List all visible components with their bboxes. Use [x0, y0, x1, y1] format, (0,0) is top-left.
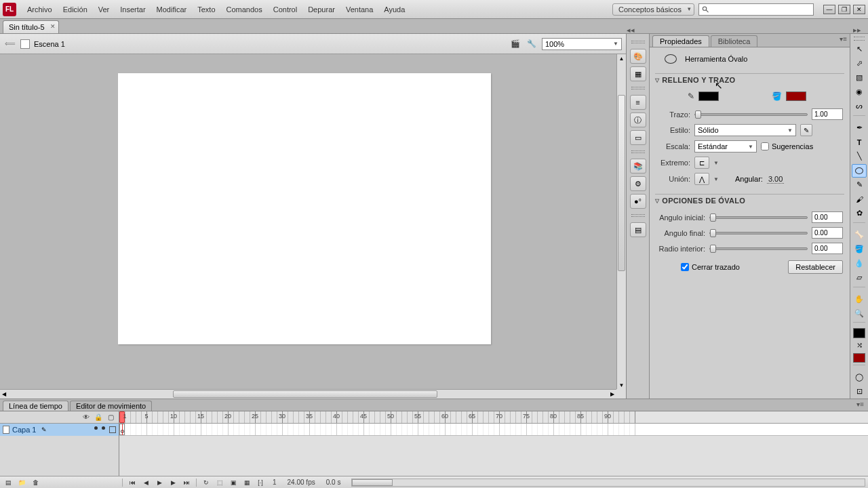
slider-handle[interactable] — [710, 245, 716, 253]
step-forward-icon[interactable]: ▶ — [167, 478, 178, 487]
frame-ruler[interactable]: 151015202530354045505560657075808590 — [119, 411, 868, 423]
visibility-column-icon[interactable]: 👁 — [82, 413, 90, 422]
horizontal-scrollbar[interactable]: ◀ ▶ — [0, 389, 616, 399]
selection-tool[interactable]: ↖ — [852, 43, 867, 56]
stroke-color-swatch[interactable] — [698, 92, 719, 101]
step-back-icon[interactable]: ◀ — [140, 478, 151, 487]
goto-first-icon[interactable]: ⏮ — [127, 478, 138, 487]
visibility-dot[interactable] — [94, 426, 98, 430]
section-oval-options[interactable]: ▽ OPCIONES DE ÓVALO — [655, 194, 844, 207]
play-icon[interactable]: ▶ — [154, 478, 165, 487]
stage-viewport[interactable]: ▲ ▼ ◀ ▶ — [0, 54, 626, 399]
menu-insertar[interactable]: Insertar — [115, 3, 151, 16]
object-drawing-toggle[interactable]: ◯ — [852, 371, 867, 384]
dock-grip[interactable] — [631, 41, 645, 43]
swap-colors-icon[interactable]: ⤭ — [852, 339, 867, 352]
info-panel-icon[interactable]: ⓘ — [630, 113, 646, 127]
menu-modificar[interactable]: Modificar — [151, 3, 193, 16]
edit-symbol-icon[interactable]: 🔧 — [526, 39, 538, 49]
loop-icon[interactable]: ↻ — [201, 478, 212, 487]
scroll-right-icon[interactable]: ▶ — [608, 390, 616, 399]
swatches-panel-icon[interactable]: ▦ — [630, 66, 646, 81]
maximize-button[interactable]: ❐ — [838, 5, 850, 14]
timeline-scroll-thumb[interactable] — [352, 479, 393, 486]
free-transform-tool[interactable]: ▧ — [852, 71, 867, 85]
workspace-selector[interactable]: Conceptos básicos — [612, 3, 694, 16]
tab-motion-editor[interactable]: Editor de movimiento — [70, 401, 152, 411]
motion-presets-icon[interactable]: ⚙ — [630, 176, 646, 191]
close-button[interactable]: ✕ — [853, 5, 865, 14]
edit-style-icon[interactable]: ✎ — [800, 124, 812, 136]
tools-grip[interactable] — [854, 37, 865, 41]
panel-menu-icon[interactable]: ▾≡ — [840, 35, 847, 43]
oval-end-slider[interactable] — [709, 232, 808, 235]
text-tool[interactable]: T — [852, 136, 867, 149]
edit-multiple-frames-icon[interactable]: ▦ — [241, 478, 252, 487]
line-tool[interactable]: ╲ — [852, 150, 867, 163]
oval-end-input[interactable] — [812, 227, 843, 239]
style-select[interactable]: Sólido▼ — [694, 124, 796, 136]
scroll-thumb-v[interactable] — [618, 95, 625, 271]
close-path-checkbox[interactable]: Cerrar trazado — [681, 263, 740, 271]
menu-depurar[interactable]: Depurar — [302, 3, 340, 16]
brush-tool[interactable]: 🖌 — [852, 192, 867, 206]
menu-edición[interactable]: Edición — [58, 3, 93, 16]
edit-scene-icon[interactable]: 🎬 — [509, 39, 521, 49]
slider-handle[interactable] — [695, 110, 701, 119]
scroll-thumb-h[interactable] — [173, 390, 437, 398]
zoom-selector[interactable]: 100%▼ — [542, 38, 622, 50]
collapse-panel-right-icon[interactable]: ▸▸ — [850, 26, 864, 33]
lock-dot[interactable] — [102, 426, 105, 430]
align-panel-icon[interactable]: ≡ — [630, 95, 646, 110]
slider-handle[interactable] — [710, 229, 716, 237]
search-input[interactable] — [712, 5, 810, 14]
fill-color-tool[interactable] — [853, 353, 865, 363]
search-box[interactable] — [698, 3, 814, 16]
library-panel-icon[interactable]: 📚 — [630, 159, 646, 174]
collapse-panel-left-icon[interactable]: ◂◂ — [624, 26, 637, 33]
dropdown-arrow-icon[interactable]: ▼ — [713, 160, 719, 166]
menu-ver[interactable]: Ver — [93, 3, 115, 16]
outline-square[interactable] — [109, 426, 116, 433]
fps-display[interactable]: 24.00 fps — [283, 479, 319, 486]
dropdown-arrow-icon[interactable]: ▼ — [713, 176, 719, 182]
deco-tool[interactable]: ✿ — [852, 207, 867, 220]
hints-checkbox[interactable]: Sugerencias — [761, 142, 813, 150]
menu-ayuda[interactable]: Ayuda — [378, 3, 410, 16]
outline-column-icon[interactable]: ▢ — [106, 413, 115, 422]
minimize-button[interactable]: — — [823, 5, 835, 14]
color-panel-icon[interactable]: 🎨 — [630, 49, 646, 64]
edit-layer-icon[interactable]: ✎ — [41, 426, 47, 433]
paint-bucket-tool[interactable]: 🪣 — [852, 242, 867, 256]
stroke-color-tool[interactable] — [853, 328, 865, 338]
eyedropper-tool[interactable]: 💧 — [852, 256, 867, 270]
onion-skin-outline-icon[interactable]: ▣ — [228, 478, 239, 487]
dock-grip[interactable] — [631, 150, 645, 153]
zoom-tool[interactable]: 🔍 — [852, 306, 867, 320]
slider-handle[interactable] — [710, 214, 716, 222]
transform-panel-icon[interactable]: ▭ — [630, 130, 646, 145]
dock-grip[interactable] — [631, 214, 645, 217]
frame-track[interactable] — [119, 424, 868, 436]
stage-canvas[interactable] — [118, 73, 491, 344]
modify-markers-icon[interactable]: [·] — [255, 478, 266, 487]
pen-tool[interactable]: ✒ — [852, 121, 867, 134]
menu-comandos[interactable]: Comandos — [221, 3, 268, 16]
section-fill-stroke[interactable]: ▽ RELLENO Y TRAZO — [655, 73, 844, 86]
project-panel-icon[interactable]: ●° — [630, 194, 646, 209]
fill-color-swatch[interactable] — [786, 92, 806, 101]
pencil-tool[interactable]: ✎ — [852, 178, 867, 192]
3d-rotation-tool[interactable]: ◉ — [852, 85, 867, 99]
tab-library[interactable]: Biblioteca — [711, 35, 758, 47]
miter-value[interactable]: 3.00 — [767, 175, 784, 184]
lock-column-icon[interactable]: 🔒 — [94, 413, 102, 422]
dock-grip[interactable] — [631, 87, 645, 89]
timeline-menu-icon[interactable]: ▾≡ — [856, 401, 864, 408]
reset-button[interactable]: Restablecer — [788, 260, 843, 274]
hand-tool[interactable]: ✋ — [852, 292, 867, 306]
stroke-slider[interactable] — [694, 113, 808, 116]
scroll-left-icon[interactable]: ◀ — [0, 390, 8, 399]
oval-inner-slider[interactable] — [709, 247, 808, 250]
oval-tool[interactable] — [852, 164, 867, 178]
eraser-tool[interactable]: ▱ — [852, 271, 867, 285]
